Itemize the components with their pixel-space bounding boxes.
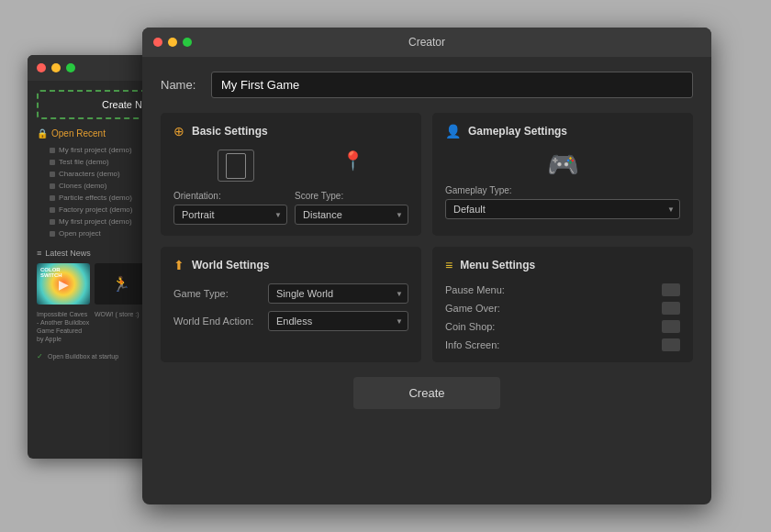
world-settings-rows: Game Type: Single World Multi World Worl…	[173, 283, 408, 331]
creator-minimize-button[interactable]	[168, 38, 177, 47]
list-icon: ≡	[37, 249, 41, 258]
news-thumb-1[interactable]: COLORSWITCH	[37, 263, 90, 305]
orientation-col	[218, 150, 254, 182]
create-btn-row: Create	[161, 377, 693, 409]
world-settings-panel: ⬆ World Settings Game Type: Single World…	[161, 247, 421, 362]
score-type-select[interactable]: Distance Points Time	[295, 205, 408, 225]
game-type-row: Game Type: Single World Multi World	[173, 283, 408, 304]
creator-title: Creator	[408, 36, 445, 49]
close-button[interactable]	[37, 63, 46, 72]
menu-settings-icon: ≡	[445, 258, 453, 272]
orientation-dropdown-col: Orientation: Portrait Landscape	[173, 191, 287, 225]
score-type-col: 📍	[341, 150, 364, 182]
minimize-button[interactable]	[51, 63, 61, 72]
menu-row-gameover: Game Over:	[445, 302, 680, 315]
menu-settings-header: ≡ Menu Settings	[445, 258, 680, 272]
score-type-label: Score Type:	[295, 191, 408, 201]
gameplay-settings-panel: 👤 Gameplay Settings 🎮 Gameplay Type: Def…	[432, 113, 693, 236]
name-label: Name:	[161, 78, 202, 92]
gameplay-settings-header: 👤 Gameplay Settings	[445, 124, 680, 139]
world-settings-title: World Settings	[192, 259, 269, 272]
gameplay-dropdown-section: Gameplay Type: Default Platformer Top Do…	[445, 185, 680, 219]
world-end-action-select[interactable]: Endless Restart Next World	[268, 311, 408, 331]
settings-grid: ⊕ Basic Settings 📍 Orientation:	[161, 113, 693, 362]
world-end-action-row: World End Action: Endless Restart Next W…	[173, 311, 408, 331]
basic-settings-title: Basic Settings	[192, 125, 268, 138]
menu-settings-panel: ≡ Menu Settings Pause Menu: Game Over: C…	[432, 247, 693, 362]
menu-row-coinshop: Coin Shop:	[445, 320, 680, 333]
info-screen-label: Info Screen:	[445, 339, 499, 350]
game-over-toggle[interactable]	[662, 302, 680, 315]
orientation-select[interactable]: Portrait Landscape	[173, 205, 287, 225]
orientation-icon	[218, 150, 254, 182]
gamepad-icon: 🎮	[445, 150, 680, 180]
orientation-wrapper: Portrait Landscape	[173, 205, 287, 225]
menu-row-infoscreen: Info Screen:	[445, 338, 680, 351]
orientation-label: Orientation:	[173, 191, 287, 201]
score-type-wrapper: Distance Points Time	[295, 205, 408, 225]
news-caption-2: WOW! ( store :)	[95, 310, 148, 343]
gameplay-settings-title: Gameplay Settings	[468, 125, 567, 138]
basic-settings-panel: ⊕ Basic Settings 📍 Orientation:	[161, 113, 421, 236]
pause-menu-label: Pause Menu:	[445, 284, 505, 295]
creator-window: Creator Name: ⊕ Basic Settings	[142, 28, 711, 504]
basic-settings-header: ⊕ Basic Settings	[173, 124, 408, 139]
creator-close-button[interactable]	[153, 38, 162, 47]
info-screen-toggle[interactable]	[662, 338, 680, 351]
world-end-action-wrapper: Endless Restart Next World	[268, 311, 408, 331]
game-type-select[interactable]: Single World Multi World	[268, 283, 408, 304]
game-over-label: Game Over:	[445, 303, 500, 314]
menu-rows: Pause Menu: Game Over: Coin Shop: Info S…	[445, 283, 680, 351]
news-thumb-2[interactable]: 🏃	[95, 263, 148, 305]
menu-row-pause: Pause Menu:	[445, 283, 680, 296]
game-type-label: Game Type:	[173, 288, 261, 299]
world-end-action-label: World End Action:	[173, 316, 261, 327]
basic-settings-icon: ⊕	[173, 124, 184, 139]
menu-settings-title: Menu Settings	[460, 259, 535, 272]
gameplay-type-wrapper: Default Platformer Top Down	[445, 199, 680, 219]
maximize-button[interactable]	[66, 63, 75, 72]
lock-icon: 🔒	[37, 128, 48, 139]
score-type-icon: 📍	[341, 150, 364, 172]
create-button[interactable]: Create	[353, 377, 499, 409]
name-row: Name:	[161, 72, 693, 98]
game-type-wrapper: Single World Multi World	[268, 283, 408, 304]
coin-shop-toggle[interactable]	[662, 320, 680, 333]
score-type-dropdown-col: Score Type: Distance Points Time	[295, 191, 408, 225]
coin-shop-label: Coin Shop:	[445, 321, 495, 332]
creator-titlebar: Creator	[142, 28, 711, 57]
basic-icons-row: 📍	[173, 150, 408, 182]
world-settings-header: ⬆ World Settings	[173, 258, 408, 272]
news-caption-1: Impossible Caves - Another Buildbox Game…	[37, 310, 90, 343]
creator-maximize-button[interactable]	[183, 38, 192, 47]
basic-dropdowns: Orientation: Portrait Landscape Score Ty…	[173, 191, 408, 225]
name-input[interactable]	[211, 72, 693, 98]
gameplay-settings-icon: 👤	[445, 124, 461, 139]
check-icon: ✓	[37, 352, 43, 360]
pause-menu-toggle[interactable]	[662, 283, 680, 296]
gameplay-type-label: Gameplay Type:	[445, 185, 680, 195]
gameplay-type-select[interactable]: Default Platformer Top Down	[445, 199, 680, 219]
world-settings-icon: ⬆	[173, 258, 184, 272]
